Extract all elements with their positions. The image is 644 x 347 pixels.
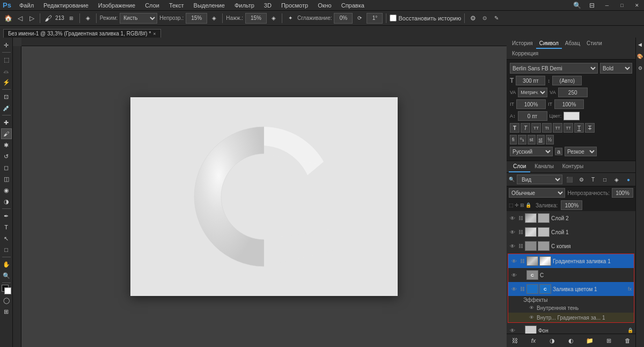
new-fill-btn[interactable]: ◐ <box>566 336 576 345</box>
tab-paragraph[interactable]: Абзац <box>562 39 583 49</box>
gradient-tool[interactable]: ◫ <box>1 174 12 184</box>
layer-effects-btn[interactable]: fx <box>529 336 538 345</box>
visibility-gradient[interactable]: 👁 <box>510 257 518 265</box>
layer-item-skopiya[interactable]: 👁 ⛓ С копия <box>507 239 635 253</box>
strikethrough-btn[interactable]: T <box>585 123 595 133</box>
super-btn[interactable]: TT <box>553 123 562 133</box>
zoom-tool[interactable]: 🔍 <box>1 270 12 281</box>
brush-icon[interactable]: 🖌 <box>43 13 53 23</box>
close-icon[interactable]: ✕ <box>632 1 642 10</box>
text-tool[interactable]: T <box>1 222 12 233</box>
tab-paths[interactable]: Контуры <box>558 161 588 172</box>
menu-image[interactable]: Изображение <box>96 2 137 9</box>
ordinal-btn[interactable]: st <box>528 135 536 144</box>
font-style-select[interactable]: Bold <box>600 63 632 74</box>
hand-tool[interactable]: ✋ <box>1 259 12 270</box>
tab-correction[interactable]: Коррекция <box>509 49 541 59</box>
tab-channels[interactable]: Каналы <box>530 161 558 172</box>
forward-icon[interactable]: ▷ <box>27 13 36 23</box>
font-size-input[interactable] <box>516 76 545 85</box>
layer-item-gradient[interactable]: 👁 ⛓ Градиентная заливка 1 <box>508 254 634 268</box>
history-checkbox[interactable] <box>390 15 397 21</box>
back-icon[interactable]: ◁ <box>15 13 25 23</box>
scale-v-input[interactable] <box>554 99 584 109</box>
crop-tool[interactable]: ⊡ <box>1 91 12 102</box>
lock-pixel-icon[interactable]: ⬚ <box>509 203 514 208</box>
fi-btn[interactable]: fi <box>510 135 517 144</box>
eyedropper-tool[interactable]: 💉 <box>1 103 12 113</box>
menu-text[interactable]: Текст <box>167 2 186 9</box>
layer-item-sloy1[interactable]: 👁 ⛓ Слой 1 <box>507 225 635 239</box>
fill-value-input[interactable] <box>561 200 582 210</box>
pressure-input[interactable] <box>245 13 267 24</box>
screen-mode-tool[interactable]: ⊞ <box>1 306 12 317</box>
shape-filter-btn[interactable]: □ <box>600 175 610 184</box>
tab-close-btn[interactable]: × <box>153 31 156 37</box>
uppercase-btn[interactable]: TT <box>531 123 541 133</box>
language-select[interactable]: Русский <box>510 147 553 156</box>
home-icon[interactable]: 🏠 <box>3 13 13 23</box>
shape-tool[interactable]: □ <box>1 244 12 255</box>
clone-tool[interactable]: ✱ <box>1 140 12 150</box>
kern-select[interactable]: Метрич. <box>518 88 547 97</box>
visibility-c[interactable]: 👁 <box>510 271 518 279</box>
delete-layer-btn[interactable]: 🗑 <box>623 336 632 345</box>
align-input[interactable] <box>334 13 353 24</box>
tracking-input[interactable] <box>558 88 588 97</box>
layer-mask-btn[interactable]: ◑ <box>547 336 557 345</box>
sharpness-select[interactable]: Резкое <box>565 147 597 156</box>
menu-filter[interactable]: Фильтр <box>232 2 257 9</box>
type-filter-btn[interactable]: T <box>588 175 598 184</box>
opacity-pressure-icon[interactable]: ◈ <box>209 13 219 23</box>
baseline-input[interactable] <box>518 111 547 121</box>
effect-inner-shadow[interactable]: 👁 Внутренняя тень <box>508 303 634 313</box>
bold-btn[interactable]: T <box>510 123 519 133</box>
toggle-icon[interactable]: ⊞ <box>67 13 76 23</box>
effect-eye-shadow[interactable]: 👁 <box>528 304 535 312</box>
menu-window[interactable]: Окно <box>316 2 334 9</box>
move-tool[interactable]: ✛ <box>1 40 12 50</box>
layers-kind-select[interactable]: Вид <box>517 175 562 184</box>
layer-item-c[interactable]: 👁 С С <box>508 268 634 282</box>
new-layer-btn[interactable]: ⊞ <box>604 336 613 345</box>
underline-btn[interactable]: T <box>574 123 584 133</box>
italic-btn[interactable]: T <box>521 123 530 133</box>
lock-artboard-icon[interactable]: ⊞ <box>520 203 524 208</box>
smallcaps-btn[interactable]: Tt <box>542 123 552 133</box>
blur-tool[interactable]: ◉ <box>1 185 12 196</box>
leading-input[interactable] <box>552 76 582 85</box>
dodge-tool[interactable]: ◑ <box>1 196 12 207</box>
menu-edit[interactable]: Редактирование <box>41 2 91 9</box>
quick-mask-tool[interactable]: ◯ <box>1 295 12 306</box>
visibility-skopiya[interactable]: 👁 <box>509 242 516 250</box>
align-icon[interactable]: ✦ <box>286 13 295 23</box>
magic-wand-tool[interactable]: ⚡ <box>1 77 12 88</box>
tablet-icon[interactable]: ✎ <box>492 13 501 23</box>
foreground-color[interactable] <box>2 285 11 294</box>
pen-tool[interactable]: ✒ <box>1 211 12 221</box>
lock-all-icon[interactable]: 🔒 <box>525 203 531 208</box>
search-icon[interactable]: 🔍 <box>572 1 582 10</box>
blend-mode-select[interactable]: Обычные <box>509 188 565 198</box>
minimize-icon[interactable]: ─ <box>602 1 612 10</box>
maximize-icon[interactable]: □ <box>617 1 627 10</box>
canvas-area[interactable]: 200 400 600 800 1000 1200 1400 1600 1800… <box>13 38 507 347</box>
angle-icon[interactable]: ⟳ <box>355 13 364 23</box>
document-tab[interactable]: Без имени-1 @ 33,3% (Градиентная заливка… <box>3 29 161 38</box>
tab-layers[interactable]: Слои <box>509 161 530 172</box>
visibility-sloy2[interactable]: 👁 <box>509 214 516 222</box>
underline2-btn[interactable]: st <box>537 135 545 144</box>
canvas-viewport[interactable] <box>21 46 507 347</box>
angle-input[interactable] <box>367 13 383 24</box>
mode-select[interactable]: Кисть <box>120 13 157 24</box>
visibility-sloy1[interactable]: 👁 <box>509 228 516 236</box>
menu-help[interactable]: Справка <box>339 2 367 9</box>
menu-layers[interactable]: Слои <box>143 2 162 9</box>
new-group-btn[interactable]: 📁 <box>585 336 595 345</box>
opacity-input[interactable] <box>186 13 207 24</box>
tab-history[interactable]: История <box>509 39 536 49</box>
menu-file[interactable]: Файл <box>17 2 36 9</box>
font-name-select[interactable]: Berlin Sans FB Demi <box>510 63 598 74</box>
visibility-fon[interactable]: 👁 <box>509 327 516 334</box>
layer-item-fill1[interactable]: 👁 ⛓ С Заливка цветом 1 fx <box>508 282 634 296</box>
